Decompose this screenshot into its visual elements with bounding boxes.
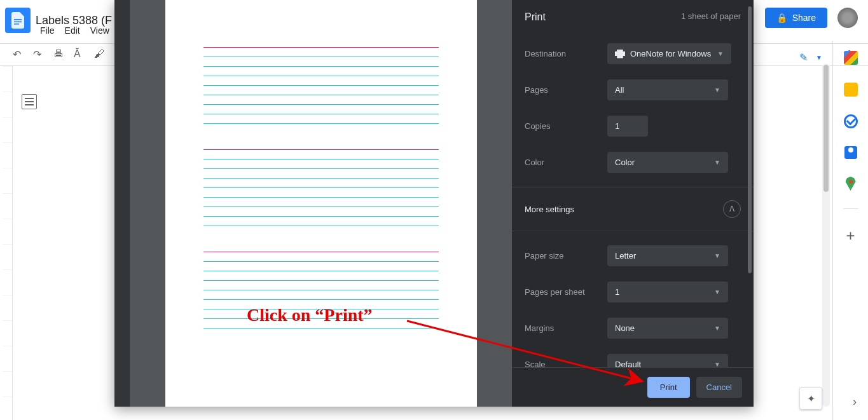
calendar-icon[interactable] <box>844 51 858 65</box>
divider <box>843 208 858 209</box>
share-label: Share <box>792 13 816 23</box>
print-preview <box>130 0 512 407</box>
print-settings-panel: Print 1 sheet of paper Destination OneNo… <box>512 0 754 407</box>
menu-file[interactable]: File <box>36 23 59 38</box>
keep-icon[interactable] <box>844 83 858 97</box>
index-card <box>203 47 439 124</box>
sheet-count: 1 sheet of paper <box>681 11 741 23</box>
label-margins: Margins <box>525 323 607 333</box>
share-area: 🔒 Share <box>765 8 858 28</box>
menu-view[interactable]: View <box>86 23 114 38</box>
tasks-icon[interactable] <box>844 114 858 128</box>
panel-title: Print <box>525 11 546 23</box>
caret-down-icon: ▼ <box>816 54 822 61</box>
label-scale: Scale <box>525 360 607 367</box>
panel-header: Print 1 sheet of paper <box>512 0 754 36</box>
copies-input[interactable] <box>607 116 648 137</box>
undo-icon[interactable]: ↶ <box>13 48 25 61</box>
menu-edit[interactable]: Edit <box>60 23 85 38</box>
index-card <box>203 252 439 329</box>
caret-down-icon: ▼ <box>717 50 724 57</box>
caret-down-icon: ▼ <box>714 86 720 93</box>
destination-dropdown[interactable]: OneNote for Windows ▼ <box>607 43 731 64</box>
expand-icon[interactable]: › <box>853 395 857 409</box>
vertical-ruler <box>3 66 13 420</box>
scale-dropdown[interactable]: Default ▼ <box>607 354 728 367</box>
side-panel: + › <box>832 41 868 420</box>
printer-icon <box>615 50 625 58</box>
cancel-button[interactable]: Cancel <box>696 377 742 398</box>
paint-format-icon[interactable]: 🖌 <box>94 48 107 61</box>
add-icon[interactable]: + <box>846 227 855 245</box>
label-color: Color <box>525 158 607 167</box>
spellcheck-icon[interactable]: Ă <box>74 48 86 61</box>
pages-per-sheet-dropdown[interactable]: 1 ▼ <box>607 281 728 302</box>
print-button[interactable]: Print <box>647 377 690 398</box>
maps-icon[interactable] <box>846 177 856 191</box>
paper-size-dropdown[interactable]: Letter ▼ <box>607 245 728 266</box>
caret-down-icon: ▼ <box>714 288 720 295</box>
chevron-up-icon: ᐱ <box>723 200 741 218</box>
settings-scrollbar[interactable] <box>748 6 752 362</box>
svg-rect-0 <box>14 19 22 20</box>
preview-page <box>165 0 477 407</box>
more-settings-label: More settings <box>525 205 574 214</box>
pencil-icon: ✎ <box>794 48 812 66</box>
caret-down-icon: ▼ <box>714 361 720 367</box>
redo-icon[interactable]: ↷ <box>33 48 46 61</box>
share-button[interactable]: 🔒 Share <box>765 8 827 28</box>
margins-dropdown[interactable]: None ▼ <box>607 318 728 339</box>
explore-button[interactable]: ✦ <box>799 387 822 410</box>
scrollbar[interactable] <box>822 64 830 407</box>
caret-down-icon: ▼ <box>714 252 720 259</box>
contacts-icon[interactable] <box>844 146 857 159</box>
color-dropdown[interactable]: Color ▼ <box>607 152 728 173</box>
label-paper-size: Paper size <box>525 251 607 261</box>
label-destination: Destination <box>525 49 607 58</box>
label-copies: Copies <box>525 121 607 131</box>
label-pages-per-sheet: Pages per sheet <box>525 287 607 297</box>
index-card <box>203 149 439 226</box>
user-avatar[interactable] <box>837 8 858 28</box>
print-dialog: Print 1 sheet of paper Destination OneNo… <box>114 0 754 407</box>
menu-bar: File Edit View <box>0 23 114 38</box>
editing-mode[interactable]: ✎ ▼ <box>794 48 822 66</box>
svg-rect-1 <box>14 22 22 23</box>
label-pages: Pages <box>525 85 607 95</box>
lock-icon: 🔒 <box>776 13 787 23</box>
caret-down-icon: ▼ <box>714 325 720 332</box>
panel-footer: Print Cancel <box>512 367 754 407</box>
pages-dropdown[interactable]: All ▼ <box>607 79 728 100</box>
document-outline-icon[interactable] <box>22 94 37 109</box>
more-settings-toggle[interactable]: More settings ᐱ <box>512 187 754 231</box>
caret-down-icon: ▼ <box>714 159 720 166</box>
print-icon[interactable]: 🖶 <box>53 48 66 61</box>
dialog-left-border <box>114 0 130 407</box>
